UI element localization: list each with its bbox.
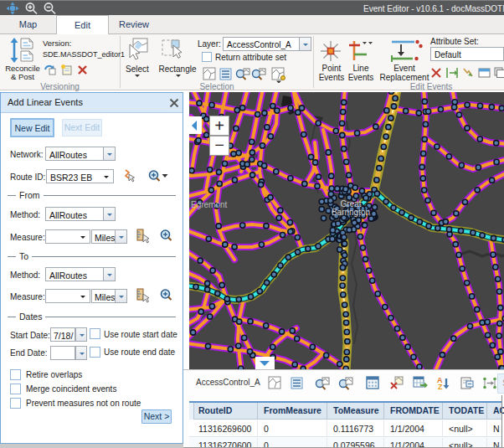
svg-text:Barrington: Barrington [332, 208, 370, 217]
svg-text:Z: Z [438, 383, 443, 391]
svg-text:Egremont: Egremont [191, 200, 228, 209]
